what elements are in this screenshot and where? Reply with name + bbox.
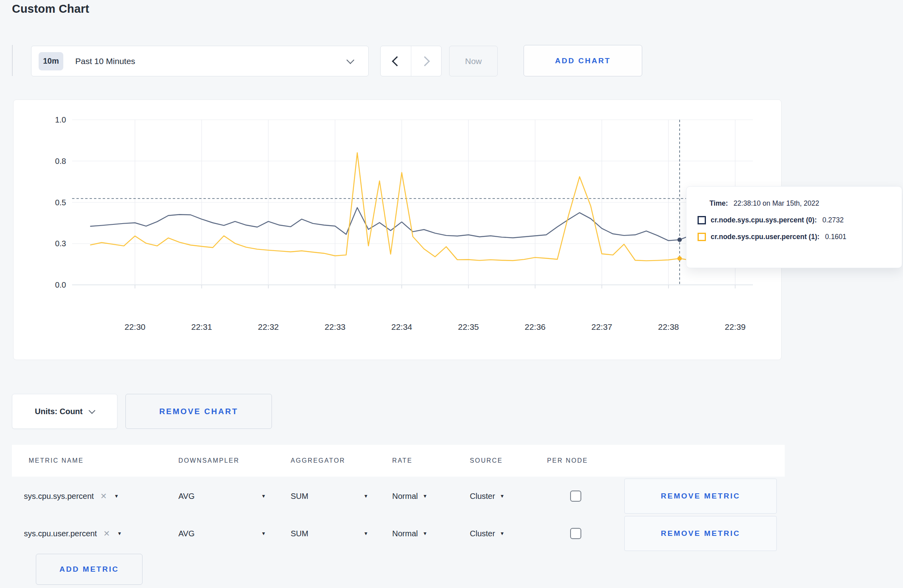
tooltip-time-value: 22:38:10 on Mar 15th, 2022 [733,199,819,208]
timescale-dropdown[interactable]: 10m Past 10 Minutes [31,46,369,76]
tooltip-series-label: cr.node.sys.cpu.user.percent (1): [711,233,819,241]
svg-text:22:31: 22:31 [191,322,212,331]
col-source: SOURCE [470,445,503,477]
remove-chart-button[interactable]: REMOVE CHART [125,394,272,429]
chevron-left-icon [392,56,402,66]
downsampler-value: AVG [178,529,195,538]
caret-down-icon: ▼ [500,531,504,536]
per-node-checkbox[interactable] [570,528,581,539]
svg-text:22:35: 22:35 [458,322,479,331]
svg-text:0.5: 0.5 [55,198,66,207]
timescale-badge: 10m [39,52,63,70]
chart-tooltip: Time: 22:38:10 on Mar 15th, 2022 cr.node… [686,186,902,268]
add-chart-button[interactable]: ADD CHART [524,45,642,76]
page-title: Custom Chart [12,2,89,16]
col-rate: RATE [392,445,412,477]
svg-text:0.8: 0.8 [55,157,66,165]
remove-metric-button[interactable]: REMOVE METRIC [624,479,777,514]
svg-text:1.0: 1.0 [55,115,66,124]
tooltip-series-value: 0.2732 [823,216,844,224]
downsampler-value: AVG [178,492,195,501]
downsampler-select[interactable]: AVG ▼ [178,478,266,514]
metric-name-value: sys.cpu.sys.percent [24,492,94,501]
svg-text:0.3: 0.3 [55,239,66,248]
col-metric-name: METRIC NAME [29,445,84,477]
now-button[interactable]: Now [449,46,498,76]
tooltip-series-row: cr.node.sys.cpu.user.percent (1): 0.1601 [698,233,902,241]
chart-canvas[interactable]: 0.00.30.50.81.022:3022:3122:3222:3322:34… [14,100,781,360]
svg-text:22:33: 22:33 [324,322,346,331]
caret-down-icon: ▼ [500,494,504,498]
source-value: Cluster [470,529,495,538]
svg-text:22:32: 22:32 [258,322,279,331]
svg-text:22:38: 22:38 [658,322,679,331]
metric-row-sys: sys.cpu.sys.percent ✕ ▼ AVG ▼ SUM ▼ Norm… [12,478,785,514]
chevron-right-icon [420,56,430,66]
chevron-down-icon [346,56,354,64]
tooltip-series-value: 0.1601 [825,233,846,241]
aggregator-select[interactable]: SUM ▼ [291,478,368,514]
source-select[interactable]: Cluster ▼ [470,516,504,551]
rate-value: Normal [392,492,418,501]
tooltip-series-row: cr.node.sys.cpu.sys.percent (0): 0.2732 [698,216,902,224]
source-value: Cluster [470,492,495,501]
svg-text:22:30: 22:30 [125,322,146,331]
svg-text:22:34: 22:34 [391,322,412,331]
svg-text:22:39: 22:39 [725,322,746,331]
metrics-table-header: METRIC NAME DOWNSAMPLER AGGREGATOR RATE … [12,445,785,477]
caret-down-icon: ▼ [261,531,266,536]
svg-text:0.0: 0.0 [55,280,66,289]
timescale-label: Past 10 Minutes [75,56,135,66]
svg-text:22:37: 22:37 [591,322,612,331]
col-aggregator: AGGREGATOR [291,445,345,477]
prev-time-button[interactable] [381,46,411,76]
col-per-node: PER NODE [547,445,588,477]
tooltip-time-label: Time: [710,199,728,208]
rate-select[interactable]: Normal ▼ [392,516,427,551]
next-time-button[interactable] [411,46,442,76]
caret-down-icon: ▼ [117,531,122,536]
metric-name-value: sys.cpu.user.percent [24,529,97,538]
aggregator-value: SUM [291,492,308,501]
source-select[interactable]: Cluster ▼ [470,478,504,514]
clear-metric-icon[interactable]: ✕ [103,529,110,538]
time-pager [380,46,442,76]
metric-row-user: sys.cpu.user.percent ✕ ▼ AVG ▼ SUM ▼ Nor… [12,516,785,551]
sys-series-swatch-icon [698,216,706,224]
per-node-checkbox[interactable] [570,491,581,502]
caret-down-icon: ▼ [261,494,266,498]
tooltip-time-row: Time: 22:38:10 on Mar 15th, 2022 [710,199,902,208]
col-downsampler: DOWNSAMPLER [178,445,240,477]
caret-down-icon: ▼ [364,494,368,498]
custom-chart-panel[interactable]: 0.00.30.50.81.022:3022:3122:3222:3322:34… [13,99,782,360]
metric-name-select[interactable]: sys.cpu.sys.percent ✕ ▼ [24,478,119,514]
units-dropdown[interactable]: Units: Count [12,394,117,429]
aggregator-value: SUM [291,529,308,538]
rate-value: Normal [392,529,418,538]
toolbar-divider [12,45,13,76]
user-series-swatch-icon [698,233,706,241]
remove-metric-button[interactable]: REMOVE METRIC [624,516,777,551]
metric-name-select[interactable]: sys.cpu.user.percent ✕ ▼ [24,516,122,551]
caret-down-icon: ▼ [364,531,368,536]
svg-text:22:36: 22:36 [525,322,546,331]
chevron-down-icon [89,407,96,414]
clear-metric-icon[interactable]: ✕ [100,491,107,501]
rate-select[interactable]: Normal ▼ [392,478,427,514]
units-label: Units: Count [35,407,83,416]
downsampler-select[interactable]: AVG ▼ [178,516,266,551]
caret-down-icon: ▼ [422,531,427,536]
aggregator-select[interactable]: SUM ▼ [291,516,368,551]
tooltip-series-label: cr.node.sys.cpu.sys.percent (0): [711,216,817,224]
caret-down-icon: ▼ [422,494,427,498]
add-metric-button[interactable]: ADD METRIC [36,554,143,585]
caret-down-icon: ▼ [114,494,119,498]
